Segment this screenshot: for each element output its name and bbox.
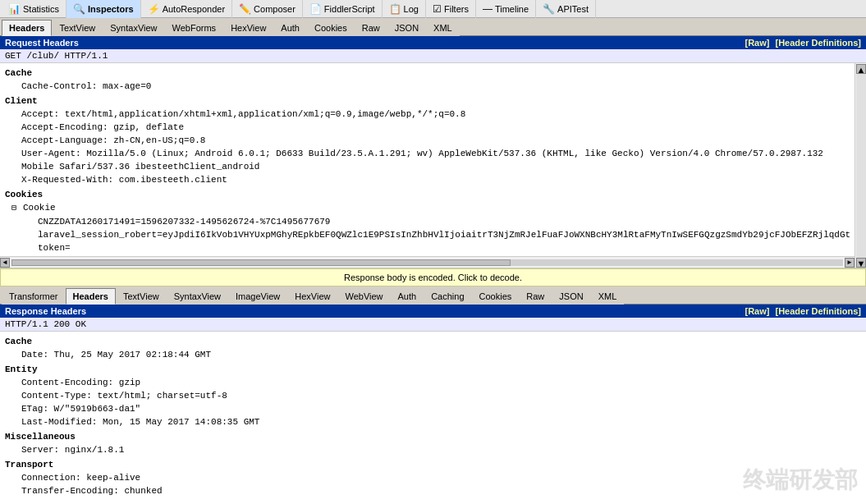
resp-content-encoding-item: Content-Encoding: gzip	[5, 376, 861, 389]
req-tab-json[interactable]: JSON	[387, 20, 426, 36]
tab-autoresponder-label: AutoResponder	[163, 4, 225, 14]
response-headers-section: Response Headers [Raw] [Header Definitio…	[0, 305, 866, 504]
tab-statistics-label: Statistics	[23, 4, 59, 14]
scroll-up-btn[interactable]: ▲	[856, 64, 866, 74]
request-headers-scroll[interactable]: ▲ ▼ Cache Cache-Control: max-age=0 Clien…	[0, 63, 866, 268]
resp-server-item: Server: nginx/1.8.1	[5, 443, 861, 456]
response-status-line: HTTP/1.1 200 OK	[0, 318, 866, 332]
tab-autoresponder[interactable]: ⚡ AutoResponder	[141, 0, 232, 18]
request-area: Headers TextView SyntaxView WebForms Hex…	[0, 18, 866, 268]
resp-tab-textview[interactable]: TextView	[116, 288, 167, 305]
fiddlerscript-icon: 📄	[309, 3, 322, 15]
resp-tab-raw[interactable]: Raw	[519, 288, 552, 305]
client-group-title: Client	[5, 94, 850, 108]
cache-control-item: Cache-Control: max-age=0	[5, 80, 850, 93]
laravel-session-cookie: laravel_session_robert=eyJpdiI6IkVob1VHY…	[11, 228, 850, 241]
accept-language-item: Accept-Language: zh-CN,en-US;q=0.8	[5, 134, 850, 147]
cookie-group-title: ⊟Cookie	[11, 201, 850, 215]
resp-tab-auth[interactable]: Auth	[391, 288, 424, 305]
tab-log[interactable]: 📋 Log	[383, 0, 426, 18]
cookies-group-content: ⊟Cookie CNZZDATA1260171491=1596207332-14…	[5, 201, 850, 254]
tab-filters[interactable]: ☑ Filters	[426, 0, 476, 18]
resp-tab-imageview[interactable]: ImageView	[228, 288, 287, 305]
resp-tab-json[interactable]: JSON	[552, 288, 590, 305]
req-tab-webforms[interactable]: WebForms	[165, 20, 224, 36]
request-headers-title: Request Headers	[5, 38, 79, 48]
resp-tab-cookies[interactable]: Cookies	[472, 288, 520, 305]
resp-tab-webview[interactable]: WebView	[337, 288, 390, 305]
top-navigation: 📊 Statistics 🔍 Inspectors ⚡ AutoResponde…	[0, 0, 866, 18]
user-agent-item: User-Agent: Mozilla/5.0 (Linux; Android …	[5, 147, 850, 173]
tab-timeline-label: Timeline	[495, 4, 529, 14]
req-tab-auth[interactable]: Auth	[273, 20, 307, 36]
req-tab-hexview[interactable]: HexView	[223, 20, 273, 36]
response-headers-title: Response Headers	[5, 306, 86, 316]
req-tab-headers[interactable]: Headers	[2, 20, 52, 36]
decode-notice-text: Response body is encoded. Click to decod…	[344, 273, 522, 282]
tab-timeline[interactable]: — Timeline	[476, 0, 536, 18]
request-headers-content: Cache Cache-Control: max-age=0 Client Ac…	[0, 63, 855, 256]
response-headers-content: Cache Date: Thu, 25 May 2017 02:18:44 GM…	[0, 332, 866, 499]
tree-expand-icon: ⊟	[11, 202, 23, 215]
resp-misc-group-title: Miscellaneous	[5, 430, 861, 443]
req-tab-cookies[interactable]: Cookies	[307, 20, 355, 36]
cache-group-title: Cache	[5, 66, 850, 80]
tab-fiddlerscript[interactable]: 📄 FiddlerScript	[303, 0, 383, 18]
tab-inspectors[interactable]: 🔍 Inspectors	[66, 0, 141, 18]
resp-connection-item: Connection: keep-alive	[5, 471, 861, 484]
apitest-icon: 🔧	[543, 3, 555, 15]
scroll-left-btn[interactable]: ◄	[0, 258, 10, 268]
token-cookie: token=	[11, 241, 850, 254]
resp-tab-caching[interactable]: Caching	[424, 288, 471, 305]
resp-tab-syntaxview[interactable]: SyntaxView	[167, 288, 228, 305]
response-header-defs-link[interactable]: [Header Definitions]	[775, 306, 861, 316]
accept-item: Accept: text/html,application/xhtml+xml,…	[5, 108, 850, 121]
tab-filters-label: Filters	[444, 4, 469, 14]
response-raw-link[interactable]: [Raw]	[745, 306, 769, 316]
tab-statistics[interactable]: 📊 Statistics	[2, 0, 66, 18]
response-header-links: [Raw] [Header Definitions]	[741, 306, 861, 316]
resp-tab-hexview[interactable]: HexView	[287, 288, 337, 305]
resp-tab-xml[interactable]: XML	[591, 288, 625, 305]
resp-tab-transformer[interactable]: Transformer	[2, 288, 66, 305]
tab-log-label: Log	[404, 4, 419, 14]
tab-apitest-label: APITest	[557, 4, 589, 14]
vertical-scrollbar[interactable]: ▲ ▼	[855, 63, 866, 268]
autoresponder-icon: ⚡	[148, 3, 160, 15]
horizontal-scrollbar[interactable]: ◄ ►	[0, 256, 855, 268]
resp-date-item: Date: Thu, 25 May 2017 02:18:44 GMT	[5, 348, 861, 361]
resp-transfer-encoding-item: Transfer-Encoding: chunked	[5, 484, 861, 497]
scroll-right-btn[interactable]: ►	[845, 258, 855, 268]
h-scroll-thumb[interactable]	[11, 259, 511, 266]
resp-etag-item: ETag: W/"5919b663-da1"	[5, 402, 861, 415]
tab-composer[interactable]: ✏️ Composer	[232, 0, 303, 18]
request-header-defs-link[interactable]: [Header Definitions]	[775, 38, 861, 48]
req-tab-syntaxview[interactable]: SyntaxView	[103, 20, 164, 36]
response-sub-tabs: Transformer Headers TextView SyntaxView …	[0, 286, 866, 305]
response-status-text: HTTP/1.1 200 OK	[5, 319, 86, 329]
filters-icon: ☑	[433, 3, 442, 15]
main-container: Headers TextView SyntaxView WebForms Hex…	[0, 18, 866, 504]
cookies-group-title: Cookies	[5, 188, 850, 201]
response-area: Transformer Headers TextView SyntaxView …	[0, 286, 866, 504]
resp-content-type-item: Content-Type: text/html; charset=utf-8	[5, 389, 861, 402]
req-tab-textview[interactable]: TextView	[52, 20, 103, 36]
scroll-track	[856, 74, 866, 258]
resp-tab-headers[interactable]: Headers	[66, 288, 116, 305]
request-url-line: GET /club/ HTTP/1.1	[0, 49, 866, 63]
req-tab-xml[interactable]: XML	[426, 20, 460, 36]
tab-fiddlerscript-label: FiddlerScript	[324, 4, 375, 14]
tab-apitest[interactable]: 🔧 APITest	[536, 0, 596, 18]
tab-inspectors-label: Inspectors	[88, 4, 134, 14]
resp-last-modified-item: Last-Modified: Mon, 15 May 2017 14:08:35…	[5, 415, 861, 428]
request-url-text: GET /club/ HTTP/1.1	[5, 51, 108, 61]
tab-composer-label: Composer	[254, 4, 296, 14]
decode-notice[interactable]: Response body is encoded. Click to decod…	[0, 268, 866, 286]
req-tab-raw[interactable]: Raw	[355, 20, 387, 36]
response-headers-title-bar: Response Headers [Raw] [Header Definitio…	[0, 305, 866, 318]
request-raw-link[interactable]: [Raw]	[745, 38, 769, 48]
statistics-icon: 📊	[8, 3, 21, 15]
scroll-down-btn[interactable]: ▼	[856, 258, 866, 268]
composer-icon: ✏️	[239, 3, 251, 15]
x-requested-with-item: X-Requested-With: com.ibesteeth.client	[5, 173, 850, 186]
